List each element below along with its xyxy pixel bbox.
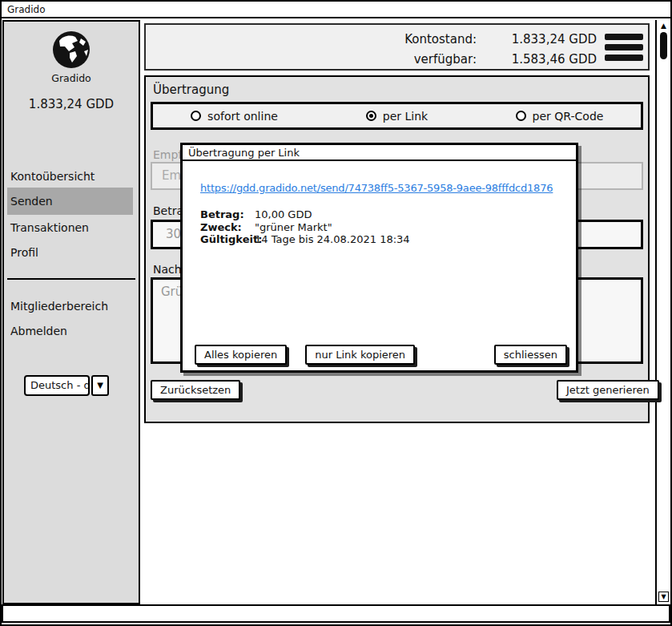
mode-per-link[interactable]: per Link bbox=[316, 110, 478, 123]
hamburger-menu-icon[interactable] bbox=[605, 34, 643, 65]
verfuegbar-row: verfügbar: 1.583,46 GDD bbox=[146, 50, 597, 70]
radio-selected-icon bbox=[366, 111, 376, 121]
scrollbar-thumb[interactable] bbox=[660, 32, 667, 59]
sidebar-item-abmelden[interactable]: Abmelden bbox=[10, 325, 67, 337]
transfer-link-modal: Übertragung per Link https://gdd.gradido… bbox=[180, 143, 578, 373]
mode-per-qr-code-label: per QR-Code bbox=[533, 110, 604, 123]
app-window: Gradido Gradido 1.833,24 GDD Kontoübersi… bbox=[0, 0, 672, 626]
balance-rows: Kontostand: 1.833,24 GDD verfügbar: 1.58… bbox=[146, 30, 597, 70]
sidebar-balance: 1.833,24 GDD bbox=[4, 97, 139, 111]
language-select[interactable]: Deutsch - de ▼ bbox=[24, 375, 109, 396]
modal-title-bar: Übertragung per Link bbox=[183, 145, 576, 161]
sidebar-item-mitgliederbereich[interactable]: Mitgliederbereich bbox=[10, 300, 108, 313]
chevron-down-icon: ▼ bbox=[91, 375, 109, 396]
mode-per-link-label: per Link bbox=[383, 110, 428, 123]
window-title: Gradido bbox=[7, 4, 46, 15]
detail-zweck-value: "grüner Markt" bbox=[255, 221, 332, 234]
header-balance-box: Kontostand: 1.833,24 GDD verfügbar: 1.58… bbox=[144, 23, 650, 71]
transfer-mode-group: sofort online per Link per QR-Code bbox=[151, 102, 643, 130]
scroll-up-icon[interactable]: ▲ bbox=[657, 22, 670, 30]
kontostand-label: Kontostand: bbox=[340, 30, 477, 50]
detail-betrag-value: 10,00 GDD bbox=[255, 208, 312, 221]
modal-details: Betrag: 10,00 GDD Zweck: "grüner Markt" … bbox=[200, 208, 410, 246]
scroll-down-icon[interactable]: ▼ bbox=[658, 592, 669, 602]
sidebar-item-senden[interactable]: Senden bbox=[7, 188, 133, 215]
language-select-value: Deutsch - de bbox=[24, 375, 90, 396]
detail-zweck-label: Zweck: bbox=[200, 221, 255, 234]
copy-link-only-button[interactable]: nur Link kopieren bbox=[305, 345, 415, 365]
radio-icon bbox=[191, 111, 201, 121]
modal-button-row: Alles kopieren nur Link kopieren schlies… bbox=[195, 345, 567, 365]
window-title-bar: Gradido bbox=[2, 2, 670, 18]
sidebar-logo-label: Gradido bbox=[4, 72, 139, 84]
transfer-link[interactable]: https://gdd.gradido.net/send/74738ff5-53… bbox=[200, 182, 553, 194]
globe-icon bbox=[4, 30, 139, 73]
vertical-scrollbar: ▲ ▼ bbox=[655, 20, 670, 604]
amount-label: Betra bbox=[153, 204, 183, 217]
recipient-label: Empf bbox=[153, 148, 182, 161]
verfuegbar-label: verfügbar: bbox=[340, 50, 477, 70]
verfuegbar-value: 1.583,46 GDD bbox=[477, 50, 597, 70]
kontostand-value: 1.833,24 GDD bbox=[477, 30, 597, 50]
mode-per-qr-code[interactable]: per QR-Code bbox=[478, 110, 641, 123]
detail-gueltigkeit-label: Gültigkeit: bbox=[200, 233, 255, 246]
detail-gueltigkeit-row: Gültigkeit: 14 Tage bis 24.08.2021 18:34 bbox=[200, 233, 410, 246]
sidebar-item-kontouebersicht[interactable]: Kontoübersicht bbox=[10, 170, 95, 183]
detail-betrag-label: Betrag: bbox=[200, 208, 255, 221]
status-bar bbox=[2, 604, 670, 623]
kontostand-row: Kontostand: 1.833,24 GDD bbox=[146, 30, 597, 50]
detail-gueltigkeit-value: 14 Tage bis 24.08.2021 18:34 bbox=[255, 233, 410, 246]
close-button[interactable]: schliessen bbox=[494, 345, 567, 365]
generate-button[interactable]: Jetzt generieren bbox=[557, 380, 659, 400]
section-title: Übertragung bbox=[153, 83, 229, 97]
mode-sofort-online[interactable]: sofort online bbox=[153, 110, 316, 123]
modal-title: Übertragung per Link bbox=[188, 147, 300, 159]
sidebar-item-profil[interactable]: Profil bbox=[10, 246, 38, 259]
mode-sofort-online-label: sofort online bbox=[207, 110, 278, 123]
sidebar-item-transaktionen[interactable]: Transaktionen bbox=[10, 221, 89, 234]
copy-all-button[interactable]: Alles kopieren bbox=[195, 345, 287, 365]
sidebar: Gradido 1.833,24 GDD Kontoübersicht Send… bbox=[2, 20, 140, 604]
message-label: Nach bbox=[153, 263, 182, 276]
detail-zweck-row: Zweck: "grüner Markt" bbox=[200, 221, 410, 234]
radio-icon bbox=[516, 111, 526, 121]
sidebar-divider bbox=[7, 278, 135, 280]
reset-button[interactable]: Zurücksetzen bbox=[151, 380, 240, 400]
detail-betrag-row: Betrag: 10,00 GDD bbox=[200, 208, 410, 221]
